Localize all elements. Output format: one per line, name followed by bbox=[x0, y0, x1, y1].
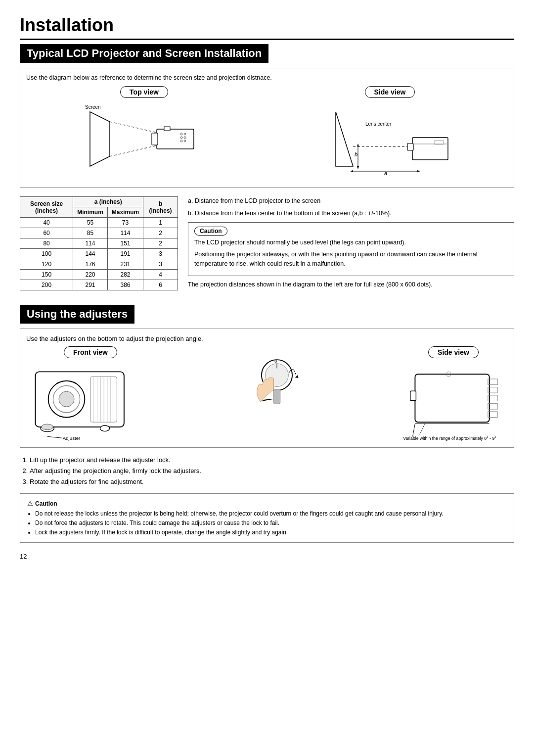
table-cell: 100 bbox=[20, 249, 73, 259]
table-cell: 191 bbox=[107, 249, 143, 259]
table-header-a: a (inches) bbox=[73, 197, 143, 207]
table-cell: 4 bbox=[143, 270, 178, 280]
svg-marker-18 bbox=[357, 143, 359, 146]
adj-side-view-label: Side view bbox=[428, 346, 479, 358]
table-cell: 231 bbox=[107, 259, 143, 270]
svg-marker-22 bbox=[350, 170, 353, 172]
table-cell: 151 bbox=[107, 238, 143, 249]
side-view-panel: Side view Lens center b a bbox=[272, 86, 508, 176]
table-cell: 2 bbox=[143, 228, 178, 238]
caution-bullet: Lock the adjusters firmly. If the lock i… bbox=[35, 528, 507, 537]
svg-text:Screen: Screen bbox=[85, 104, 101, 110]
top-view-panel: Top view Screen bbox=[26, 86, 262, 176]
section1-title: Typical LCD Projector and Screen Install… bbox=[20, 44, 268, 63]
table-cell: 60 bbox=[20, 228, 73, 238]
caution-title: Caution bbox=[194, 227, 227, 236]
caution-bottom-title: Caution bbox=[35, 499, 57, 509]
projection-table: Screen size (inches) a (inches) b (inche… bbox=[20, 196, 178, 290]
step-item: Rotate the adjusters for fine adjustment… bbox=[30, 476, 514, 487]
svg-text:Lens center: Lens center bbox=[365, 121, 392, 127]
svg-rect-25 bbox=[407, 143, 413, 150]
adjusters-box: Use the adjusters on the bottom to adjus… bbox=[20, 329, 514, 448]
table-cell: 80 bbox=[20, 238, 73, 249]
svg-line-3 bbox=[110, 145, 157, 156]
caution-line2: Positioning the projector sideways, or w… bbox=[194, 250, 508, 269]
table-cell: 282 bbox=[107, 270, 143, 280]
section2-intro: Use the adjusters on the bottom to adjus… bbox=[26, 335, 508, 342]
caution-bullets-list: Do not release the locks unless the proj… bbox=[35, 509, 507, 538]
table-subheader-min: Minimum bbox=[73, 207, 108, 218]
table-cell: 1 bbox=[143, 218, 178, 228]
front-view-label: Front view bbox=[64, 346, 117, 358]
steps-list: Lift up the projector and release the ad… bbox=[30, 455, 514, 487]
table-section: Screen size (inches) a (inches) b (inche… bbox=[20, 196, 178, 292]
table-cell: 220 bbox=[73, 270, 108, 280]
svg-marker-23 bbox=[417, 170, 420, 172]
svg-point-42 bbox=[100, 425, 109, 431]
adj-hand-svg: 0 bbox=[245, 346, 309, 425]
svg-rect-49 bbox=[273, 389, 280, 404]
table-cell: 6 bbox=[143, 280, 178, 290]
table-row: 2002913866 bbox=[20, 280, 178, 290]
hand-view-panel: 0 bbox=[245, 346, 309, 425]
info-section: a. Distance from the LCD projector to th… bbox=[188, 196, 514, 292]
svg-rect-51 bbox=[415, 374, 489, 422]
table-cell: 386 bbox=[107, 280, 143, 290]
adj-front-svg: Adjuster bbox=[26, 362, 155, 441]
table-cell: 55 bbox=[73, 218, 108, 228]
table-row: 1201762313 bbox=[20, 259, 178, 270]
svg-rect-58 bbox=[410, 391, 416, 400]
caution-bullet: Do not release the locks unless the proj… bbox=[35, 509, 507, 519]
hand-diagram: 0 bbox=[245, 346, 309, 425]
table-cell: 120 bbox=[20, 259, 73, 270]
caution-box: Caution The LCD projector should normall… bbox=[188, 222, 514, 276]
svg-line-2 bbox=[110, 122, 157, 133]
table-cell: 85 bbox=[73, 228, 108, 238]
table-cell: 3 bbox=[143, 249, 178, 259]
svg-text:0: 0 bbox=[274, 358, 277, 363]
table-cell: 3 bbox=[143, 259, 178, 270]
section1-intro: Use the diagram below as reference to de… bbox=[26, 74, 508, 81]
side-view-label: Side view bbox=[365, 86, 415, 98]
step-item: Lift up the projector and release the ad… bbox=[30, 455, 514, 466]
note-a: a. Distance from the LCD projector to th… bbox=[188, 196, 514, 206]
table-cell: 291 bbox=[73, 280, 108, 290]
adjusters-views-row: Front view bbox=[26, 346, 508, 441]
note-b: b. Distance from the lens center to the … bbox=[188, 209, 514, 218]
svg-marker-14 bbox=[336, 112, 353, 166]
caution-line1: The LCD projector should normally be use… bbox=[194, 238, 508, 247]
svg-line-60 bbox=[413, 424, 415, 436]
table-cell: 144 bbox=[73, 249, 108, 259]
front-view-panel: Front view bbox=[26, 346, 155, 441]
svg-rect-4 bbox=[157, 129, 194, 149]
svg-marker-19 bbox=[357, 166, 359, 169]
section1-box: Use the diagram below as reference to de… bbox=[20, 68, 514, 188]
svg-point-31 bbox=[59, 391, 74, 407]
caution-bottom-box: ⚠ Caution Do not release the locks unles… bbox=[20, 493, 514, 543]
views-row: Top view Screen bbox=[26, 86, 508, 176]
table-cell: 73 bbox=[107, 218, 143, 228]
step-item: After adjusting the projection angle, fi… bbox=[30, 466, 514, 476]
table-row: 801141512 bbox=[20, 238, 178, 249]
top-view-label: Top view bbox=[120, 86, 168, 98]
svg-marker-1 bbox=[90, 112, 110, 166]
table-cell: 40 bbox=[20, 218, 73, 228]
svg-text:Adjuster: Adjuster bbox=[63, 435, 81, 441]
side-view-svg: Lens center b a bbox=[326, 102, 454, 176]
table-cell: 114 bbox=[107, 228, 143, 238]
svg-rect-12 bbox=[164, 127, 170, 131]
svg-rect-24 bbox=[412, 138, 448, 160]
adj-side-view-panel: Side view bbox=[399, 346, 508, 441]
adj-side-svg: Variable within the range of approximate… bbox=[399, 362, 508, 441]
table-cell: 200 bbox=[20, 280, 73, 290]
svg-text:b: b bbox=[355, 151, 357, 157]
foot-note: The projection distances shown in the di… bbox=[188, 280, 514, 289]
table-cell: 114 bbox=[73, 238, 108, 249]
page-number: 12 bbox=[20, 553, 514, 560]
table-row: 4055731 bbox=[20, 218, 178, 228]
caution-bullet: Do not force the adjusters to rotate. Th… bbox=[35, 519, 507, 528]
svg-line-43 bbox=[47, 436, 62, 438]
table-header-screen: Screen size (inches) bbox=[20, 197, 73, 218]
svg-text:Variable within the range of a: Variable within the range of approximate… bbox=[403, 436, 496, 441]
table-diagram-row: Screen size (inches) a (inches) b (inche… bbox=[20, 196, 514, 292]
